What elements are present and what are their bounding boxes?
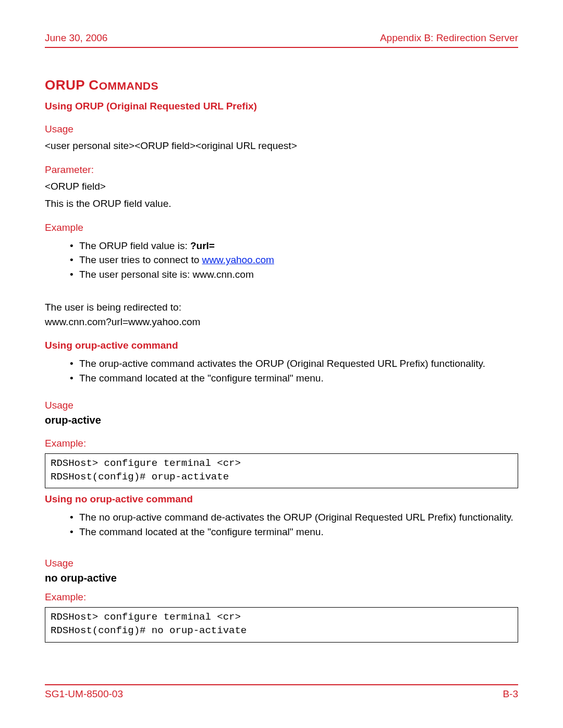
- footer-doc-id: SG1-UM-8500-03: [45, 688, 123, 700]
- example-label-2: Example:: [45, 438, 518, 449]
- list-item: The command located at the "configure te…: [70, 371, 518, 386]
- text: The no orup-active command de-activates …: [79, 512, 513, 523]
- example-label-1: Example: [45, 222, 518, 233]
- text: The user tries to connect to: [79, 254, 202, 265]
- redirect-line-2: www.cnn.com?url=www.yahoo.com: [45, 316, 518, 328]
- code-box-1: RDSHost> configure terminal <cr> RDSHost…: [45, 453, 518, 488]
- text: The command located at the "configure te…: [79, 373, 324, 384]
- redirect-line-1: The user is being redirected to:: [45, 301, 518, 314]
- page-footer: SG1-UM-8500-03 B-3: [45, 684, 518, 700]
- list-item: The orup-active command activates the OR…: [70, 356, 518, 371]
- bold-text: ?url=: [190, 240, 215, 251]
- page-header: June 30, 2006 Appendix B: Redirection Se…: [45, 32, 518, 44]
- parameter-desc: This is the ORUP field value.: [45, 197, 518, 211]
- header-date: June 30, 2006: [45, 32, 107, 44]
- list-item: The user personal site is: www.cnn.com: [70, 267, 518, 282]
- page: June 30, 2006 Appendix B: Redirection Se…: [0, 0, 563, 728]
- example-list-1: The ORUP field value is: ?url= The user …: [45, 239, 518, 282]
- usage-label-2: Usage: [45, 400, 518, 411]
- parameter-label: Parameter:: [45, 164, 518, 176]
- text: The command located at the "configure te…: [79, 526, 324, 537]
- text: The ORUP field value is:: [79, 240, 190, 251]
- text: The orup-active command activates the OR…: [79, 358, 485, 369]
- header-appendix: Appendix B: Redirection Server: [380, 32, 518, 44]
- footer-page-num: B-3: [503, 688, 518, 700]
- usage-label-1: Usage: [45, 124, 518, 135]
- subheading-using-orup: Using ORUP (Original Requested URL Prefi…: [45, 101, 518, 112]
- subheading-no-orup-active: Using no orup-active command: [45, 493, 518, 505]
- cmd-no-orup-active: no orup-active: [45, 572, 518, 584]
- no-orup-active-list: The no orup-active command de-activates …: [45, 510, 518, 539]
- cmd-orup-active: orup-active: [45, 414, 518, 426]
- yahoo-link[interactable]: www.yahoo.com: [202, 254, 274, 265]
- subheading-orup-active: Using orup-active command: [45, 340, 518, 351]
- code-box-2: RDSHost> configure terminal <cr> RDSHost…: [45, 607, 518, 642]
- title-rest: OMMANDS: [99, 80, 158, 92]
- usage-text-1: <user personal site><ORUP field><origina…: [45, 139, 518, 153]
- list-item: The no orup-active command de-activates …: [70, 510, 518, 525]
- orup-active-list: The orup-active command activates the OR…: [45, 356, 518, 385]
- section-title: ORUP COMMANDS: [45, 77, 518, 93]
- list-item: The user tries to connect to www.yahoo.c…: [70, 253, 518, 267]
- title-main: ORUP C: [45, 77, 99, 93]
- usage-label-3: Usage: [45, 558, 518, 569]
- parameter-name: <ORUP field>: [45, 180, 518, 193]
- text: The user personal site is: www.cnn.com: [79, 269, 254, 280]
- header-rule: [45, 47, 518, 48]
- footer-rule: [45, 684, 518, 685]
- list-item: The ORUP field value is: ?url=: [70, 239, 518, 253]
- list-item: The command located at the "configure te…: [70, 525, 518, 539]
- example-label-3: Example:: [45, 591, 518, 603]
